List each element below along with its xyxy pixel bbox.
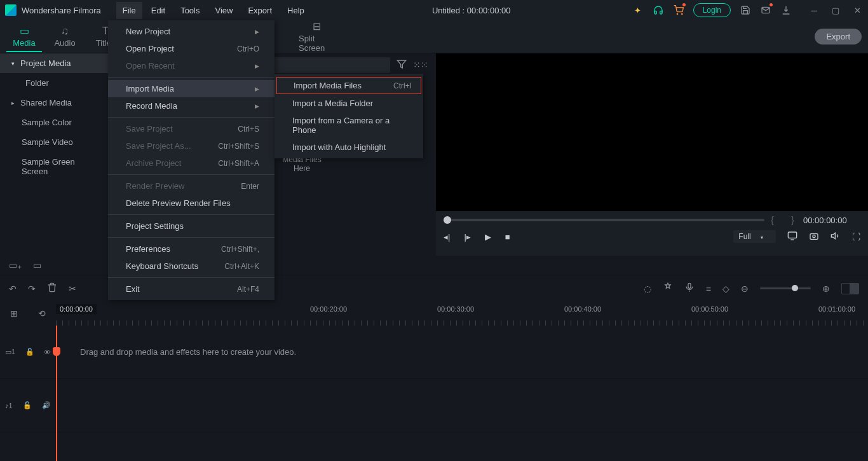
menu-file[interactable]: File bbox=[116, 2, 142, 19]
menu-project-settings[interactable]: Project Settings bbox=[108, 217, 275, 235]
submenu-import-camera[interactable]: Import from a Camera or a Phone bbox=[275, 112, 423, 139]
new-folder-icon[interactable]: ▭₊ bbox=[9, 260, 22, 270]
tab-split-screen[interactable]: ⊟ Split Screen bbox=[299, 22, 334, 52]
tab-audio[interactable]: ♫ Audio bbox=[47, 22, 83, 52]
sidebar-item-sample-color[interactable]: Sample Color bbox=[0, 113, 108, 132]
maximize-icon[interactable]: ▢ bbox=[830, 4, 841, 16]
audio-track[interactable]: ♪1 🔓 🔊 bbox=[0, 379, 868, 432]
menu-open-recent[interactable]: Open Recent▶ bbox=[108, 57, 275, 74]
stop-icon[interactable]: ■ bbox=[505, 232, 510, 242]
sidebar-item-sample-green-screen[interactable]: Sample Green Screen bbox=[0, 152, 108, 181]
sidebar-label: Project Media bbox=[20, 58, 71, 68]
idea-icon[interactable]: ✦ bbox=[632, 4, 644, 16]
download-icon[interactable] bbox=[780, 4, 792, 16]
menubar: File Edit Tools View Export Help bbox=[116, 2, 311, 19]
range-brackets: { } bbox=[771, 215, 797, 225]
sidebar-label: Sample Color bbox=[22, 118, 72, 127]
menu-record-media[interactable]: Record Media▶ bbox=[108, 97, 275, 114]
sidebar-item-folder[interactable]: Folder bbox=[0, 73, 108, 93]
menu-archive-project[interactable]: Archive ProjectCtrl+Shift+A bbox=[108, 155, 275, 172]
sidebar-item-project-media[interactable]: ▾Project Media bbox=[0, 53, 108, 73]
menu-save-project[interactable]: Save ProjectCtrl+S bbox=[108, 120, 275, 137]
render-icon[interactable]: ◌ bbox=[644, 284, 651, 294]
menu-view[interactable]: View bbox=[208, 2, 239, 19]
minimize-icon[interactable]: ─ bbox=[808, 4, 820, 16]
import-media-submenu: Import Media FilesCtrl+I Import a Media … bbox=[275, 74, 423, 158]
audio-mixer-icon[interactable]: ≡ bbox=[706, 284, 711, 294]
quality-select[interactable]: Full ▾ bbox=[733, 230, 776, 243]
lock-icon[interactable]: 🔓 bbox=[23, 401, 32, 409]
ruler-tick: 00:00:40:00 bbox=[564, 305, 601, 313]
titlebar: Wondershare Filmora File Edit Tools View… bbox=[0, 0, 868, 20]
zoom-in-icon[interactable]: ⊕ bbox=[822, 284, 830, 294]
menu-edit[interactable]: Edit bbox=[145, 2, 172, 19]
grid-icon[interactable]: ⁙⁙ bbox=[413, 60, 428, 70]
volume-icon[interactable] bbox=[831, 231, 841, 243]
sidebar-label: Folder bbox=[25, 78, 49, 88]
delete-icon[interactable] bbox=[47, 282, 57, 294]
track-manage-icon[interactable]: ⊞ bbox=[10, 308, 18, 319]
display-icon[interactable] bbox=[787, 231, 797, 243]
menu-keyboard-shortcuts[interactable]: Keyboard ShortcutsCtrl+Alt+K bbox=[108, 258, 275, 275]
project-title: Untitled : 00:00:00:00 bbox=[311, 6, 632, 15]
sidebar-item-sample-video[interactable]: Sample Video bbox=[0, 132, 108, 152]
cart-icon[interactable] bbox=[673, 4, 684, 16]
undo-icon[interactable]: ↶ bbox=[9, 284, 17, 294]
timeline-drag-hint: Drag and drop media and effects here to … bbox=[80, 347, 296, 357]
zoom-out-icon[interactable]: ⊖ bbox=[741, 284, 749, 294]
voiceover-icon[interactable] bbox=[684, 282, 695, 294]
eye-icon[interactable]: 👁 bbox=[44, 348, 51, 356]
menu-tools[interactable]: Tools bbox=[174, 2, 206, 19]
preview-panel: { } 00:00:00:00 ◂| |▸ ▶ ■ Full ▾ ⛶ bbox=[436, 53, 868, 256]
close-icon[interactable]: ✕ bbox=[851, 4, 863, 16]
sidebar: ▾Project Media Folder ▸Shared Media Samp… bbox=[0, 53, 108, 256]
submenu-import-media-files[interactable]: Import Media FilesCtrl+I bbox=[276, 77, 421, 94]
tab-media[interactable]: ▭ Media bbox=[6, 22, 42, 52]
message-icon[interactable] bbox=[760, 4, 771, 16]
menu-preferences[interactable]: PreferencesCtrl+Shift+, bbox=[108, 240, 275, 258]
video-track[interactable]: ▭1 🔓 👁 Drag and drop media and effects h… bbox=[0, 326, 868, 379]
fullscreen-icon[interactable]: ⛶ bbox=[852, 232, 860, 242]
redo-icon[interactable]: ↷ bbox=[28, 284, 36, 294]
ruler-tick: 00:00:20:00 bbox=[310, 305, 347, 313]
save-icon[interactable] bbox=[740, 4, 751, 16]
timeline-ruler[interactable]: 0:00:00:00 00:00:20:00 00:00:30:00 00:00… bbox=[56, 301, 868, 326]
menu-help[interactable]: Help bbox=[281, 2, 311, 19]
submenu-import-media-folder[interactable]: Import a Media Folder bbox=[275, 95, 423, 112]
play-icon[interactable]: ▶ bbox=[485, 232, 491, 242]
folder-open-icon[interactable]: ▭ bbox=[33, 260, 41, 270]
menu-save-project-as[interactable]: Save Project As...Ctrl+Shift+S bbox=[108, 137, 275, 155]
prev-frame-icon[interactable]: ◂| bbox=[444, 232, 450, 242]
svg-point-1 bbox=[681, 13, 682, 14]
speaker-icon[interactable]: 🔊 bbox=[42, 401, 51, 409]
login-button[interactable]: Login bbox=[693, 3, 731, 17]
menu-new-project[interactable]: New Project▶ bbox=[108, 23, 275, 40]
next-frame-icon[interactable]: |▸ bbox=[464, 232, 470, 242]
export-button[interactable]: Export bbox=[815, 29, 862, 45]
lock-icon[interactable]: 🔓 bbox=[25, 348, 34, 356]
sidebar-label: Sample Green Screen bbox=[22, 157, 100, 176]
svg-rect-6 bbox=[810, 233, 818, 239]
track-size-toggle[interactable] bbox=[841, 283, 859, 294]
zoom-slider[interactable] bbox=[760, 287, 811, 289]
menu-export[interactable]: Export bbox=[241, 2, 278, 19]
playhead-time: 0:00:00:00 bbox=[56, 304, 97, 314]
link-icon[interactable]: ⟲ bbox=[38, 308, 46, 319]
menu-render-preview[interactable]: Render PreviewEnter bbox=[108, 177, 275, 195]
split-clip-icon[interactable]: ✂ bbox=[69, 284, 76, 294]
menu-open-project[interactable]: Open ProjectCtrl+O bbox=[108, 40, 275, 57]
headphones-icon[interactable] bbox=[653, 4, 664, 16]
sidebar-item-shared-media[interactable]: ▸Shared Media bbox=[0, 93, 108, 113]
ruler-tick: 00:00:30:00 bbox=[437, 305, 474, 313]
submenu-import-auto-highlight[interactable]: Import with Auto Highlight bbox=[275, 139, 423, 156]
preview-scrubber[interactable] bbox=[444, 219, 764, 221]
menu-delete-preview[interactable]: Delete Preview Render Files bbox=[108, 195, 275, 212]
snapshot-icon[interactable] bbox=[809, 231, 819, 243]
marker-icon[interactable] bbox=[663, 282, 673, 294]
filter-icon[interactable] bbox=[397, 59, 407, 71]
playhead[interactable] bbox=[56, 326, 57, 461]
menu-import-media[interactable]: Import Media▶ bbox=[108, 80, 275, 97]
keyframe-icon[interactable]: ◇ bbox=[722, 284, 729, 294]
svg-point-7 bbox=[813, 235, 815, 237]
menu-exit[interactable]: ExitAlt+F4 bbox=[108, 280, 275, 298]
